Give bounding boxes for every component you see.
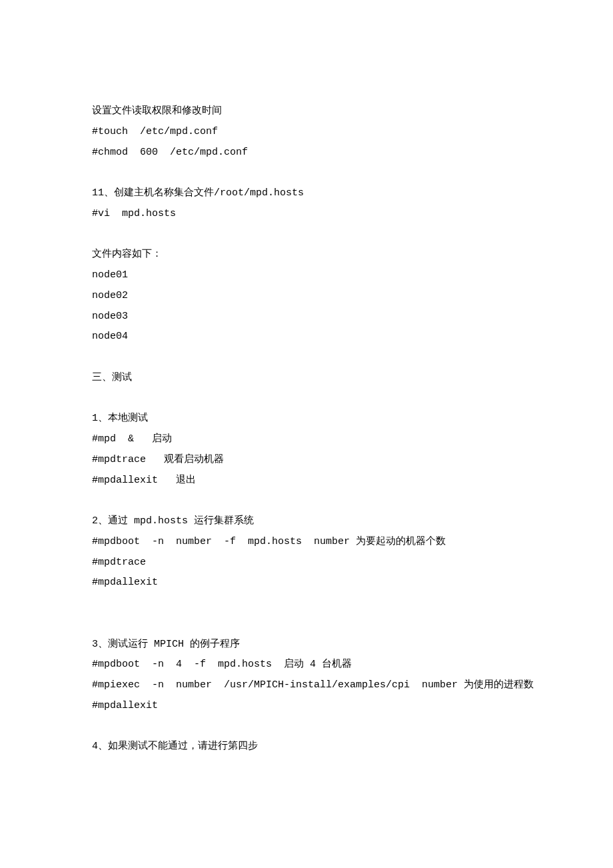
text-line: node01 [92, 265, 521, 286]
blank-line [92, 614, 521, 635]
text-line: #mpdboot -n 4 -f mpd.hosts 启动 4 台机器 [92, 655, 521, 675]
blank-line [92, 163, 521, 183]
blank-line [92, 717, 521, 737]
blank-line [92, 491, 521, 511]
text-line: #touch /etc/mpd.conf [92, 122, 521, 143]
blank-line [92, 593, 521, 614]
text-line: 文件内容如下： [92, 245, 521, 265]
text-line: node03 [92, 307, 521, 327]
text-line: 设置文件读取权限和修改时间 [92, 101, 521, 122]
text-line: #mpdtrace 观看启动机器 [92, 450, 521, 471]
text-line: #mpd & 启动 [92, 429, 521, 450]
text-line: 1、本地测试 [92, 409, 521, 429]
text-line: 11、创建主机名称集合文件/root/mpd.hosts [92, 183, 521, 204]
text-line: 三、测试 [92, 368, 521, 389]
text-line: #mpdallexit [92, 696, 521, 717]
text-line: #mpdtrace [92, 553, 521, 573]
text-line: 4、如果测试不能通过，请进行第四步 [92, 737, 521, 757]
blank-line [92, 225, 521, 245]
text-line: #mpdallexit [92, 573, 521, 593]
text-line: #mpdallexit 退出 [92, 471, 521, 491]
text-line: node02 [92, 286, 521, 307]
text-line: 3、测试运行 MPICH 的例子程序 [92, 635, 521, 655]
text-line: node04 [92, 327, 521, 347]
text-line: #chmod 600 /etc/mpd.conf [92, 143, 521, 163]
document-page: 设置文件读取权限和修改时间 #touch /etc/mpd.conf #chmo… [0, 0, 613, 868]
text-line: 2、通过 mpd.hosts 运行集群系统 [92, 511, 521, 532]
blank-line [92, 389, 521, 409]
text-line: #mpiexec -n number /usr/MPICH-install/ex… [92, 675, 521, 696]
blank-line [92, 347, 521, 368]
text-line: #vi mpd.hosts [92, 204, 521, 225]
text-line: #mpdboot -n number -f mpd.hosts number 为… [92, 532, 521, 553]
